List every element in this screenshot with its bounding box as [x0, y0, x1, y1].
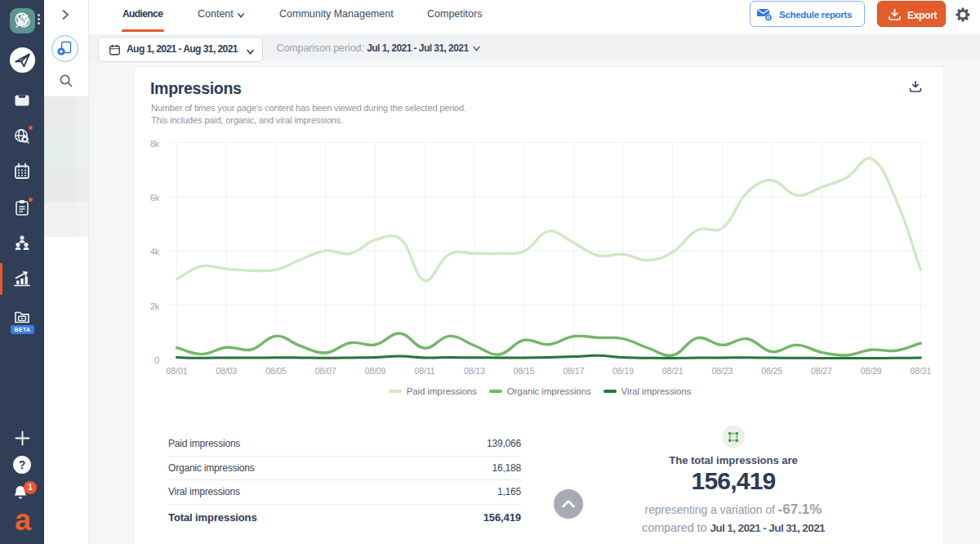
svg-text:08/25: 08/25 [761, 366, 782, 376]
svg-text:08/23: 08/23 [712, 366, 733, 376]
svg-text:08/11: 08/11 [415, 366, 435, 376]
svg-text:08/17: 08/17 [563, 366, 584, 376]
svg-text:08/13: 08/13 [464, 366, 485, 376]
svg-text:08/05: 08/05 [265, 366, 287, 376]
svg-text:8k: 8k [150, 139, 160, 149]
svg-text:2k: 2k [150, 301, 160, 311]
svg-text:08/01: 08/01 [167, 366, 188, 376]
svg-text:4k: 4k [150, 247, 160, 256]
svg-text:08/03: 08/03 [216, 366, 237, 376]
svg-text:08/27: 08/27 [811, 366, 832, 376]
svg-text:08/21: 08/21 [662, 366, 684, 376]
svg-text:08/19: 08/19 [612, 366, 634, 376]
svg-text:6k: 6k [150, 193, 160, 203]
svg-text:08/31: 08/31 [910, 366, 931, 376]
svg-text:08/07: 08/07 [315, 366, 336, 376]
svg-text:08/29: 08/29 [861, 366, 882, 376]
svg-text:0: 0 [154, 355, 159, 365]
svg-text:08/09: 08/09 [365, 366, 386, 376]
svg-text:08/15: 08/15 [514, 366, 535, 376]
